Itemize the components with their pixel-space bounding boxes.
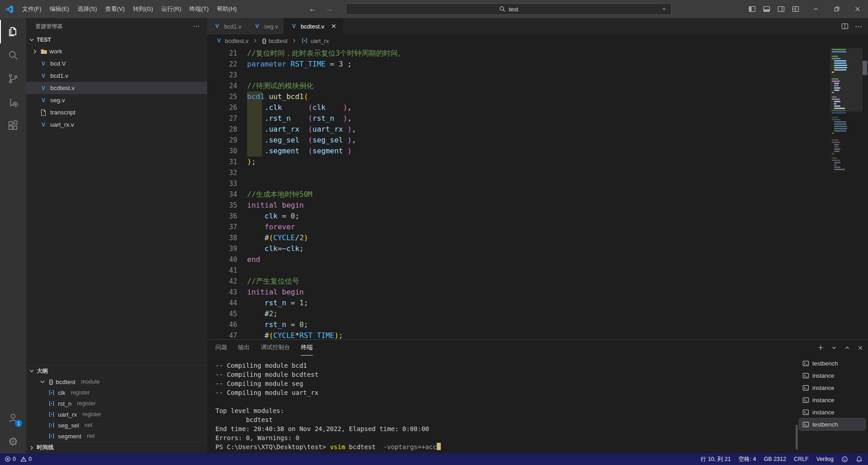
outline-item-bcdtest[interactable]: {}bcdtestmodule [26,376,207,387]
editor-tab-bcdtest.v[interactable]: Vbcdtest.v✕ [284,18,344,34]
bottom-panel: 问题输出调试控制台终端 -- Compiling module bcd1-- C… [207,339,868,453]
settings-gear-icon[interactable]: ⚙ [0,430,26,453]
notifications-bell-icon[interactable] [856,456,863,463]
menubar-item-5[interactable]: 转到(G) [129,3,157,15]
session-label: instance [812,397,834,403]
extensions-icon[interactable] [0,114,26,138]
eol-sequence[interactable]: CRLF [794,456,809,462]
outline-label: uart_rx [58,411,77,418]
line-number: 34 [207,189,237,200]
terminal-session-instance-2[interactable]: instance [799,370,865,381]
toggle-sidebar-icon[interactable] [749,5,756,13]
editor-tab-bcd1.v[interactable]: Vbcd1.v [207,18,247,34]
explorer-item-bcd.V[interactable]: Vbcd.V [26,57,207,70]
split-editor-icon[interactable] [841,23,849,30]
toggle-panel-icon[interactable] [763,5,770,13]
symbol-net-icon [48,432,55,440]
menubar-item-8[interactable]: 帮助(H) [213,3,241,15]
indentation[interactable]: 空格: 4 [739,456,756,463]
chevron-down-icon [39,378,46,385]
timeline-section-header[interactable]: 时间线 [26,441,207,453]
terminal-session-instance-4[interactable]: instance [799,394,865,406]
explorer-item-bcdtest.v[interactable]: Vbcdtest.v [26,82,207,94]
terminal-profile-dropdown-icon[interactable] [831,345,837,351]
breadcrumb-item-bcdtest[interactable]: {}bcdtest [262,38,287,44]
maximize-panel-icon[interactable] [844,345,850,351]
outline-item-uart_rx[interactable]: uart_rxregister [26,409,207,420]
verilog-file-icon: V [253,23,261,30]
terminal-line: bcdtest [215,415,799,424]
scrollbar-slider[interactable] [863,61,867,75]
sidebar-more-actions-icon[interactable]: ⋯ [193,22,200,30]
problems-status[interactable]: 0 0 [5,456,32,462]
editor-scrollbar[interactable] [862,47,868,339]
terminal-session-testbench-6[interactable]: testbench [799,418,865,430]
forward-button[interactable]: → [325,5,333,14]
terminal-session-testbench-1[interactable]: testbench [799,357,865,369]
close-tab-icon[interactable]: ✕ [329,22,338,31]
code-line: 46 rst_n = 0; [207,319,827,330]
line-number: 47 [207,330,237,339]
outline-item-clk[interactable]: clkregister [26,387,207,398]
code-editor[interactable]: 21//复位时间，此时表示复位3个时钟周期的时间。22parameter RST… [207,47,868,339]
outline-section-header[interactable]: 大纲 [26,365,207,376]
editor-tab-seg.v[interactable]: Vseg.v [247,18,284,34]
account-icon[interactable]: 1 [0,406,26,430]
menubar-item-6[interactable]: 运行(R) [157,3,185,15]
outline-title: 大纲 [37,367,48,375]
explorer-item-seg.v[interactable]: Vseg.v [26,94,207,106]
minimize-button[interactable] [806,0,826,18]
menubar-item-7[interactable]: 终端(T) [185,3,213,15]
toggle-secondary-sidebar-icon[interactable] [777,5,785,13]
search-dropdown-icon[interactable] [661,6,667,12]
panel-tab-调试控制台[interactable]: 调试控制台 [261,340,290,356]
panel-tab-终端[interactable]: 终端 [301,340,313,356]
breadcrumb-item-bcdtest.v[interactable]: Vbcdtest.v [215,37,248,44]
outline-item-segment[interactable]: segmentnet [26,431,207,441]
new-terminal-icon[interactable] [817,344,824,351]
outline-item-rst_n[interactable]: rst_nregister [26,398,207,409]
menubar-item-2[interactable]: 编辑(E) [46,3,73,15]
menubar-item-4[interactable]: 查看(V) [101,3,129,15]
warning-count: 0 [29,456,32,462]
chevron-right-icon [291,38,297,44]
terminal-session-instance-5[interactable]: instance [799,406,865,418]
breadcrumb-item-uart_rx[interactable]: uart_rx [301,37,329,44]
panel-tab-问题[interactable]: 问题 [215,340,227,356]
back-button[interactable]: ← [309,5,316,14]
explorer-item-bcd1.v[interactable]: Vbcd1.v [26,70,207,82]
close-panel-icon[interactable] [857,345,863,351]
encoding[interactable]: GB 2312 [764,456,786,462]
menubar-item-3[interactable]: 选择(S) [73,3,101,15]
explorer-icon[interactable] [0,20,26,43]
customize-layout-icon[interactable] [792,5,799,13]
panel-tab-输出[interactable]: 输出 [238,340,250,356]
menubar-item-1[interactable]: 文件(F) [18,3,46,15]
source-control-icon[interactable] [0,67,26,90]
cursor-position[interactable]: 行 10, 列 21 [701,456,731,463]
search-sidebar-icon[interactable] [0,43,26,67]
restore-button[interactable] [826,0,847,18]
terminal-line: End time: 20:40:38 on Nov 24,2022, Elaps… [215,424,799,433]
chevron-right-icon [28,444,35,451]
file-label: uart_rx.v [50,121,74,128]
minimap-line [834,146,838,147]
terminal-scrollbar[interactable] [796,425,798,450]
close-window-button[interactable] [847,0,868,18]
command-center-search[interactable]: test [346,3,672,15]
outline-label: bcdtest [56,379,76,385]
terminal-output[interactable]: -- Compiling module bcd1-- Compiling mod… [207,356,799,453]
language-mode[interactable]: Verilog [816,456,834,462]
explorer-item-work[interactable]: work [26,45,207,57]
run-debug-icon[interactable] [0,90,26,114]
minimap-line [832,119,840,120]
feedback-smiley-icon[interactable] [841,456,848,463]
outline-item-seg_sel[interactable]: seg_selnet [26,420,207,431]
explorer-item-transcript[interactable]: transcript [26,106,207,119]
terminal-session-instance-3[interactable]: instance [799,382,865,394]
workspace-section-header[interactable]: TEST [26,34,207,45]
editor-more-actions-icon[interactable]: ⋯ [855,22,863,31]
explorer-item-uart_rx.v[interactable]: Vuart_rx.v [26,119,207,131]
terminal-line: -- Compiling module seg [215,379,799,388]
minimap[interactable] [832,49,861,171]
